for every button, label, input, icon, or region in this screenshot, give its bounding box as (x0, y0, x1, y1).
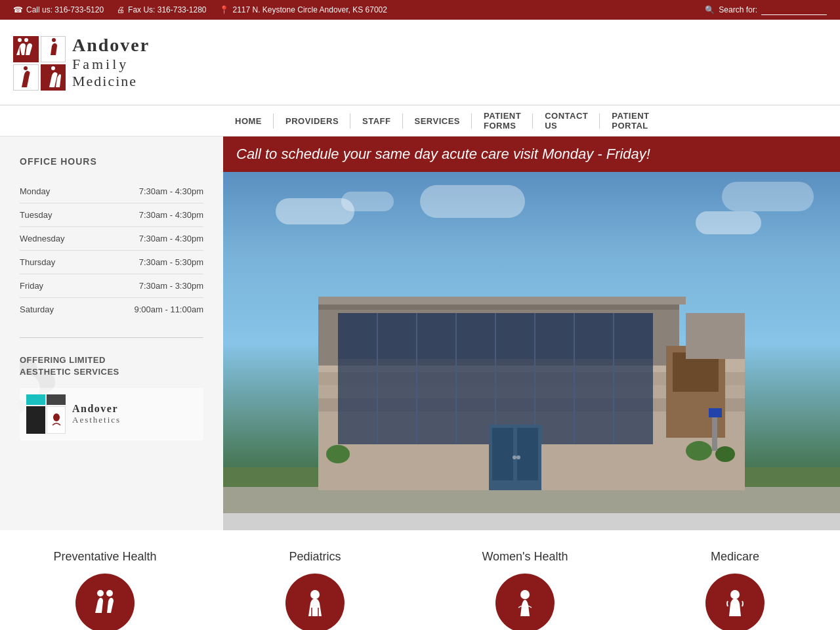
aesthetics-name1: Andover (72, 403, 121, 415)
nav-patient-forms[interactable]: PATIENT FORMS (472, 106, 533, 136)
logo-cell-4 (41, 64, 66, 91)
aesthetic-title: OFFERING LIMITED AESTHETIC SERVICES (20, 354, 203, 378)
svg-rect-2 (52, 38, 56, 42)
hours-row: Friday7:30am - 3:30pm (20, 274, 203, 298)
svg-rect-31 (492, 428, 513, 480)
hours-table: Monday7:30am - 4:30pmTuesday7:30am - 4:3… (20, 180, 203, 321)
search-icon: 🔍 (705, 5, 715, 14)
hours-day: Monday (20, 180, 92, 203)
svg-rect-37 (686, 313, 745, 359)
logo-andover: Andover (72, 35, 150, 56)
svg-point-45 (310, 590, 320, 599)
hero-banner-text: Call to schedule your same day acute car… (236, 146, 827, 163)
svg-rect-13 (318, 297, 686, 304)
address-info: 📍 2117 N. Keystone Circle Andover, KS 67… (219, 5, 387, 14)
building-svg (318, 293, 745, 490)
hours-time: 7:30am - 5:30pm (92, 251, 203, 274)
ae-cell-br (47, 406, 66, 434)
search-label: Search for: (719, 5, 757, 14)
ae-cell-bl (26, 406, 45, 434)
svg-point-34 (516, 455, 520, 459)
hours-time: 7:30am - 4:30pm (92, 227, 203, 251)
logo-text: Andover Family Medicine (72, 35, 150, 90)
cloud-4 (696, 211, 761, 234)
aesthetics-logo: Andover Aesthetics (20, 388, 203, 440)
fax-icon: 🖨 (117, 5, 125, 14)
aesthetics-icon-grid (26, 394, 66, 434)
office-hours-title: OFFICE HOURS (20, 156, 203, 167)
service-pediatrics: Pediatrics (210, 550, 420, 630)
nav-services[interactable]: SERVICES (403, 106, 472, 136)
hours-day: Thursday (20, 251, 92, 274)
header: Andover Family Medicine (0, 20, 840, 105)
logo-cell-1 (13, 36, 39, 62)
hours-day: Tuesday (20, 203, 92, 227)
svg-point-38 (686, 441, 712, 461)
pin-icon: 📍 (219, 5, 229, 14)
search-area: 🔍 Search for: (705, 5, 827, 15)
fax-info: 🖨 Fax Us: 316-733-1280 (117, 5, 206, 14)
nav-home[interactable]: HOME (223, 106, 274, 136)
service-icon-womens (495, 574, 555, 630)
hours-row: Tuesday7:30am - 4:30pm (20, 203, 203, 227)
nav-providers[interactable]: PROVIDERS (274, 106, 350, 136)
nav-patient-portal[interactable]: PATIENT PORTAL (600, 106, 661, 136)
call-label: Call us: 316-733-5120 (26, 5, 104, 14)
nav-contact-us[interactable]: CONTACT US (533, 106, 600, 136)
svg-point-49 (730, 590, 740, 599)
hours-time: 7:30am - 4:30pm (92, 203, 203, 227)
hero-banner: Call to schedule your same day acute car… (223, 136, 840, 172)
hero-area: Call to schedule your same day acute car… (223, 136, 840, 530)
svg-point-5 (53, 413, 60, 421)
svg-point-48 (520, 590, 530, 599)
top-bar: ☎ Call us: 316-733-5120 🖨 Fax Us: 316-73… (0, 0, 840, 20)
phone-info: ☎ Call us: 316-733-5120 (13, 5, 104, 14)
svg-rect-4 (51, 66, 55, 70)
service-womens-health: Women's Health (420, 550, 630, 630)
pavement (223, 487, 840, 513)
sidebar-bottom-content: OFFERING LIMITED AESTHETIC SERVICES (20, 354, 203, 440)
fax-label: Fax Us: 316-733-1280 (128, 5, 206, 14)
logo-area: Andover Family Medicine (13, 35, 150, 90)
svg-rect-1 (24, 38, 28, 42)
logo-cell-3 (13, 64, 39, 91)
hours-time: 7:30am - 3:30pm (92, 274, 203, 298)
aesthetics-name2: Aesthetics (72, 415, 121, 425)
hours-row: Thursday7:30am - 5:30pm (20, 251, 203, 274)
sidebar-divider (20, 337, 203, 338)
phone-icon: ☎ (13, 5, 23, 14)
hours-row: Saturday9:00am - 11:00am (20, 298, 203, 322)
hours-day: Saturday (20, 298, 92, 322)
hours-day: Wednesday (20, 227, 92, 251)
cloud-2 (341, 192, 394, 211)
ae-cell-tr (47, 394, 66, 405)
service-title-pediatrics: Pediatrics (289, 550, 341, 564)
sidebar: OFFICE HOURS Monday7:30am - 4:30pmTuesda… (0, 136, 223, 530)
svg-rect-32 (517, 428, 538, 480)
logo-family: Family (72, 56, 150, 73)
hours-row: Wednesday7:30am - 4:30pm (20, 227, 203, 251)
address-text: 2117 N. Keystone Circle Andover, KS 6700… (232, 5, 387, 14)
ae-cell-tl (26, 394, 45, 405)
hours-row: Monday7:30am - 4:30pm (20, 180, 203, 203)
svg-point-39 (715, 446, 735, 462)
service-icon-preventative (75, 574, 135, 630)
main-layout: OFFICE HOURS Monday7:30am - 4:30pmTuesda… (0, 136, 840, 530)
logo-icon-grid (13, 36, 66, 89)
service-title-medicare: Medicare (711, 550, 759, 564)
service-title-womens: Women's Health (482, 550, 568, 564)
search-input[interactable] (761, 5, 827, 15)
sidebar-bottom: ✿ OFFERING LIMITED AESTHETIC SERVICES (20, 354, 203, 472)
service-icon-medicare (705, 574, 765, 630)
services-strip: Preventative Health Pediatrics Women's H… (0, 530, 840, 630)
logo-medicine: Medicine (72, 73, 150, 90)
hours-day: Friday (20, 274, 92, 298)
svg-point-33 (513, 455, 516, 459)
nav-staff[interactable]: STAFF (350, 106, 402, 136)
main-nav: HOME PROVIDERS STAFF SERVICES PATIENT FO… (0, 105, 840, 136)
aesthetic-line2: AESTHETIC SERVICES (20, 366, 203, 378)
svg-rect-3 (24, 66, 28, 70)
aesthetic-line1: OFFERING LIMITED (20, 354, 203, 366)
svg-rect-0 (18, 38, 22, 42)
contact-info: ☎ Call us: 316-733-5120 🖨 Fax Us: 316-73… (13, 5, 387, 14)
